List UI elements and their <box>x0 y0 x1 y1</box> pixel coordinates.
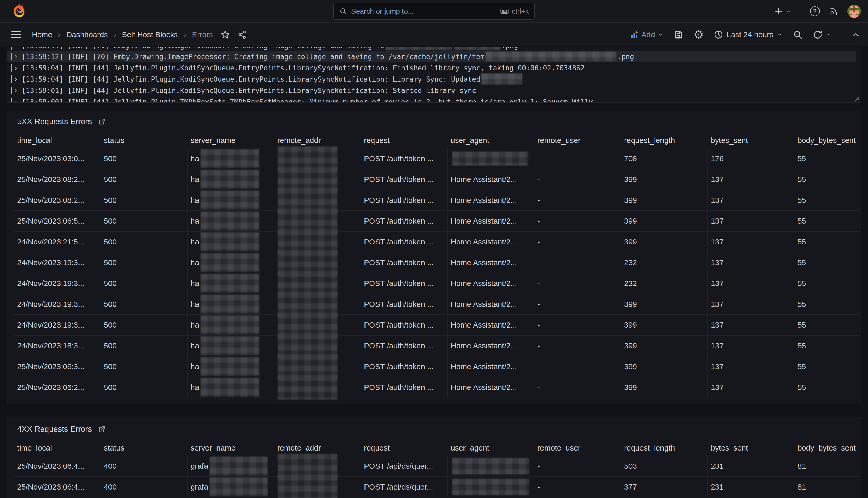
column-header-server_name[interactable]: server_name <box>188 444 274 452</box>
column-header-body_bytes_sent[interactable]: body_bytes_sent <box>795 444 861 452</box>
table-row[interactable]: 25/Nov/2023:06:5...500haPOST /auth/token… <box>14 211 860 232</box>
table-cell-remote_addr <box>274 148 361 169</box>
table-cell-user_agent: Home Assistant/2... <box>448 294 534 314</box>
user-avatar[interactable] <box>847 5 861 18</box>
table-row[interactable]: 24/Nov/2023:19:3...500haPOST /auth/token… <box>14 294 860 315</box>
panel-title[interactable]: 5XX Requests Errors <box>17 117 92 127</box>
table-row[interactable]: 25/Nov/2023:06:4...400grafaPOST /api/ds/… <box>14 456 860 477</box>
log-row[interactable]: ›[13:59:00] [INF] [44] Jellyfin.Plugin.T… <box>8 96 856 103</box>
log-row[interactable]: ›[13:59:04] [INF] [44] Jellyfin.Plugin.K… <box>8 74 856 85</box>
time-range-picker[interactable]: Last 24 hours <box>714 30 783 39</box>
table-cell-request: POST /api/ds/quer... <box>361 456 448 476</box>
expand-log-icon[interactable]: › <box>15 64 17 71</box>
mega-menu-button[interactable] <box>11 31 21 38</box>
panel-4xx-requests-errors: 4XX Requests Errors time_localstatusserv… <box>7 417 861 498</box>
breadcrumb-separator: › <box>113 30 116 39</box>
favorite-star-button[interactable] <box>221 30 230 39</box>
column-header-status[interactable]: status <box>101 444 188 452</box>
column-header-body_bytes_sent[interactable]: body_bytes_sent <box>795 136 861 145</box>
column-header-request_length[interactable]: request_length <box>621 136 708 145</box>
table-cell-remote_user: - <box>534 294 621 314</box>
table-row[interactable]: 24/Nov/2023:18:3...500haPOST /auth/token… <box>14 336 860 356</box>
column-header-remote_addr[interactable]: remote_addr <box>274 444 361 452</box>
table-row[interactable]: 24/Nov/2023:19:3...500haPOST /auth/token… <box>14 273 860 294</box>
table-row[interactable]: 24/Nov/2023:21:5...500haPOST /auth/token… <box>14 232 860 252</box>
column-header-user_agent[interactable]: user_agent <box>448 444 534 452</box>
column-header-request_length[interactable]: request_length <box>621 444 708 452</box>
redacted-value <box>452 458 529 474</box>
expand-log-icon[interactable]: › <box>15 98 17 103</box>
refresh-button[interactable] <box>813 30 831 40</box>
column-header-status[interactable]: status <box>101 136 188 145</box>
redacted-value <box>209 457 268 476</box>
divider <box>841 29 841 40</box>
log-row[interactable]: ›[13:59:12] [INF] [70] Emby.Drawing.Imag… <box>8 51 856 62</box>
search-input[interactable]: Search or jump to... ctrl+k <box>334 3 534 19</box>
expand-log-icon[interactable]: › <box>15 47 17 49</box>
table-row[interactable]: 25/Nov/2023:08:2...500haPOST /auth/token… <box>14 169 860 190</box>
table-cell-request_length: 377 <box>621 477 708 497</box>
column-header-bytes_sent[interactable]: bytes_sent <box>708 444 795 452</box>
redacted-value <box>452 152 528 166</box>
table-row[interactable]: 25/Nov/2023:06:3...500haPOST /auth/token… <box>14 356 860 377</box>
help-button[interactable]: ? <box>810 6 820 16</box>
table-cell-remote_user: - <box>534 232 621 252</box>
add-label: Add <box>641 30 655 39</box>
dashboard-toolbar: Home › Dashboards › Self Host Blocks › E… <box>0 23 868 46</box>
redacted-value <box>201 357 259 376</box>
column-header-bytes_sent[interactable]: bytes_sent <box>708 136 795 145</box>
column-header-remote_user[interactable]: remote_user <box>534 444 621 452</box>
external-link-icon[interactable] <box>98 118 106 126</box>
breadcrumb-home[interactable]: Home <box>32 30 52 39</box>
column-header-time_local[interactable]: time_local <box>14 444 101 452</box>
share-button[interactable] <box>238 30 247 39</box>
table-row[interactable]: 25/Nov/2023:03:0...500haPOST /auth/token… <box>14 148 860 169</box>
redacted-value <box>201 253 259 272</box>
table-cell-request: POST /auth/token ... <box>361 148 448 169</box>
table-cell-bytes_sent: 137 <box>708 211 795 231</box>
breadcrumb-dashboards[interactable]: Dashboards <box>66 30 108 39</box>
expand-log-icon[interactable]: › <box>15 53 17 60</box>
column-header-user_agent[interactable]: user_agent <box>448 136 534 145</box>
time-range-label: Last 24 hours <box>727 30 773 39</box>
log-row[interactable]: ›[13:59:04] [INF] [44] Jellyfin.Plugin.K… <box>8 62 856 74</box>
external-link-icon[interactable] <box>98 425 106 433</box>
redacted-value <box>209 477 268 496</box>
table-row[interactable]: 24/Nov/2023:19:3...500haPOST /auth/token… <box>14 315 860 336</box>
column-header-remote_user[interactable]: remote_user <box>534 136 621 145</box>
column-header-time_local[interactable]: time_local <box>14 136 101 145</box>
save-dashboard-button[interactable] <box>674 30 683 40</box>
search-icon <box>339 8 347 15</box>
logs-panel: ›[13:59:14] [INF] [70] Emby.Drawing.Imag… <box>7 47 861 103</box>
log-row[interactable]: ›[13:59:14] [INF] [70] Emby.Drawing.Imag… <box>8 47 856 51</box>
table-cell-request_length: 399 <box>621 190 708 210</box>
news-rss-button[interactable] <box>829 7 838 16</box>
grafana-logo-icon[interactable] <box>12 3 27 19</box>
table-row[interactable]: 25/Nov/2023:06:4...400grafaPOST /api/ds/… <box>14 477 860 497</box>
panel-title[interactable]: 4XX Requests Errors <box>17 424 92 434</box>
add-button[interactable]: Add <box>630 30 663 39</box>
table-cell-user_agent: Home Assistant/2... <box>448 211 534 231</box>
column-header-remote_addr[interactable]: remote_addr <box>274 136 361 145</box>
table-cell-request_length: 232 <box>621 273 708 294</box>
breadcrumb-self-host-blocks[interactable]: Self Host Blocks <box>122 30 178 39</box>
column-header-request[interactable]: request <box>361 136 448 145</box>
column-header-server_name[interactable]: server_name <box>188 136 274 145</box>
table-cell-remote_user: - <box>534 356 621 377</box>
table-cell-status: 400 <box>101 456 188 476</box>
table-cell-user_agent: Home Assistant/2... <box>448 252 534 273</box>
table-row[interactable]: 25/Nov/2023:08:2...500haPOST /auth/token… <box>14 190 860 211</box>
expand-log-icon[interactable]: › <box>15 87 17 94</box>
new-menu-button[interactable] <box>774 7 791 16</box>
log-row[interactable]: ›[13:59:01] [INF] [44] Jellyfin.Plugin.K… <box>8 85 856 96</box>
kiosk-mode-button[interactable] <box>852 30 860 39</box>
table-row[interactable]: 24/Nov/2023:19:3...500haPOST /auth/token… <box>14 252 860 273</box>
table-row[interactable]: 25/Nov/2023:06:2...500haPOST /auth/token… <box>14 377 860 398</box>
dashboard-settings-button[interactable]: ⚙ <box>694 29 704 40</box>
panel-resize-grip[interactable] <box>854 95 859 101</box>
expand-log-icon[interactable]: › <box>15 76 17 83</box>
table-cell-request: POST /auth/token ... <box>361 336 448 356</box>
column-header-request[interactable]: request <box>361 444 448 452</box>
zoom-out-button[interactable] <box>793 30 803 40</box>
table-cell-body_bytes_sent: 55 <box>795 294 861 314</box>
